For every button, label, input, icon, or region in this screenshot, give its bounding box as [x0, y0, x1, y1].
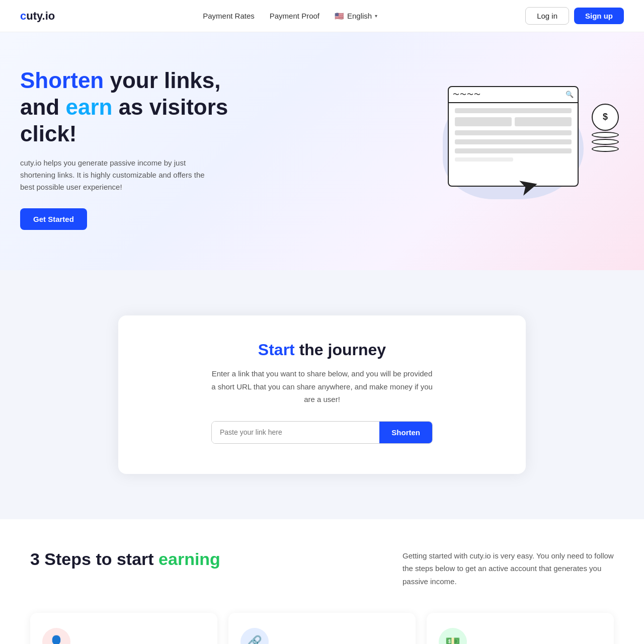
- nav-actions: Log in Sign up: [525, 7, 624, 25]
- coin-disc-1: [592, 132, 619, 138]
- navbar: cuty.io Payment Rates Payment Proof 🇺🇸 E…: [0, 0, 644, 32]
- hero-title-shorten: Shorten: [20, 68, 104, 93]
- login-button[interactable]: Log in: [525, 7, 569, 25]
- steps-heading-prefix: 3 Steps to start: [30, 549, 158, 569]
- coin-icon: $: [592, 104, 619, 131]
- flag-icon: 🇺🇸: [335, 12, 344, 21]
- person-icon: 👤: [49, 635, 64, 644]
- browser-row-2: [455, 130, 572, 135]
- step-card-2: 🔗 Shorten and share links After you crea…: [228, 613, 416, 644]
- browser-row-1: [455, 108, 572, 113]
- browser-col-2: [515, 117, 572, 126]
- start-title-rest: the journey: [295, 341, 386, 359]
- hero-content: Shorten your links, and earn as visitors…: [20, 67, 262, 230]
- signup-button[interactable]: Sign up: [574, 8, 624, 24]
- start-title: Start the journey: [138, 341, 506, 359]
- browser-mockup: 〜〜〜〜 🔍: [448, 86, 579, 187]
- logo[interactable]: cuty.io: [20, 10, 55, 23]
- steps-cards: 👤 Create an account Creating an account …: [30, 613, 614, 644]
- start-description: Enter a link that you want to share belo…: [211, 367, 433, 406]
- lang-label: English: [347, 12, 372, 20]
- money-icon: 💵: [445, 635, 460, 644]
- hero-illustration: 〜〜〜〜 🔍 ➤ $: [433, 84, 624, 214]
- hero-subtitle: cuty.io helps you generate passive incom…: [20, 157, 211, 193]
- step-icon-money: 💵: [439, 628, 467, 644]
- browser-body: [449, 103, 578, 171]
- browser-bar: 〜〜〜〜 🔍: [449, 87, 578, 103]
- start-section: Start the journey Enter a link that you …: [0, 270, 644, 519]
- start-card: Start the journey Enter a link that you …: [118, 315, 526, 474]
- browser-col-1: [455, 117, 512, 126]
- hero-title: Shorten your links, and earn as visitors…: [20, 67, 262, 147]
- hero-title-earn: earn: [65, 95, 112, 119]
- start-title-highlight: Start: [258, 341, 295, 359]
- hero-section: Shorten your links, and earn as visitors…: [0, 32, 644, 270]
- steps-heading-highlight: earning: [158, 549, 220, 569]
- step-icon-account: 👤: [42, 628, 70, 644]
- browser-row-4: [455, 148, 572, 153]
- search-icon: 🔍: [566, 91, 574, 98]
- browser-row-group: [455, 117, 572, 126]
- steps-heading: 3 Steps to start earning: [30, 549, 220, 569]
- coin-stack: $: [592, 104, 619, 153]
- nav-language-selector[interactable]: 🇺🇸 English ▾: [335, 12, 377, 21]
- step-icon-link: 🔗: [240, 628, 269, 644]
- browser-row-3: [455, 139, 572, 144]
- steps-description: Getting started with cuty.io is very eas…: [403, 549, 614, 588]
- link-icon: 🔗: [247, 635, 262, 644]
- coin-disc-3: [592, 146, 619, 152]
- get-started-button[interactable]: Get Started: [20, 208, 87, 230]
- browser-row-5: [455, 157, 513, 162]
- steps-section: 3 Steps to start earning Getting started…: [0, 519, 644, 644]
- nav-payment-rates[interactable]: Payment Rates: [203, 12, 255, 20]
- url-form: Shorten: [211, 421, 433, 444]
- shorten-button[interactable]: Shorten: [379, 422, 432, 443]
- chevron-down-icon: ▾: [375, 13, 377, 19]
- step-card-1: 👤 Create an account Creating an account …: [30, 613, 217, 644]
- nav-payment-proof[interactable]: Payment Proof: [270, 12, 319, 20]
- browser-squiggle: 〜〜〜〜: [453, 90, 481, 99]
- url-input[interactable]: [212, 422, 379, 443]
- nav-links: Payment Rates Payment Proof 🇺🇸 English ▾: [203, 12, 377, 21]
- steps-header: 3 Steps to start earning Getting started…: [30, 549, 614, 588]
- step-card-3: 💵 Earn money Once you share the links wi…: [427, 613, 614, 644]
- coin-disc-2: [592, 139, 619, 145]
